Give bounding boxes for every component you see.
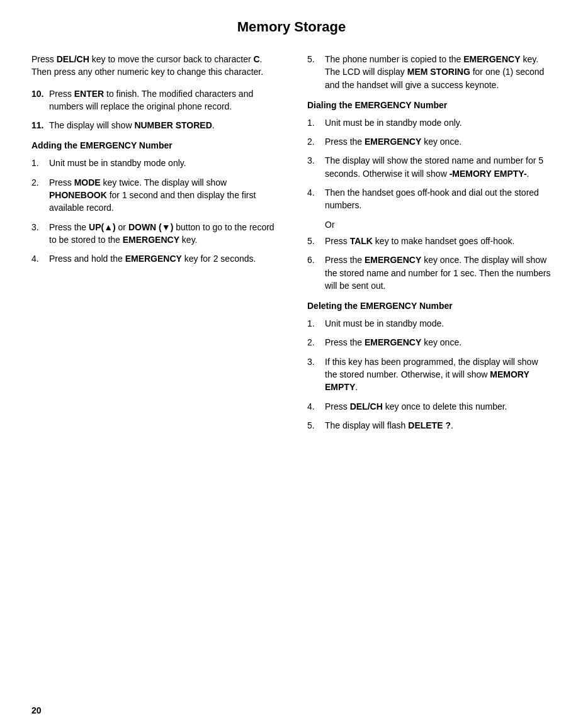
- dialing-item-4-content: Then the handset goes off-hook and dial …: [325, 186, 552, 212]
- page-container: Memory Storage Press DEL/CH key to move …: [0, 0, 583, 728]
- deleting-item-2-content: Press the EMERGENCY key once.: [325, 336, 552, 349]
- delete-bold: DELETE ?: [408, 420, 451, 430]
- deleting-item-5: 5. The display will flash DELETE ?.: [307, 419, 552, 432]
- deleting-item-2-number: 2.: [307, 336, 325, 349]
- dialing-item-4-number: 4.: [307, 186, 325, 212]
- adding-item-4: 4. Press and hold the EMERGENCY key for …: [31, 252, 276, 265]
- dialing-item-3-number: 3.: [307, 154, 325, 180]
- dialing-item-3-content: The display will show the stored name an…: [325, 154, 552, 180]
- adding-item-1-number: 1.: [31, 157, 49, 169]
- adding-item-1-content: Unit must be in standby mode only.: [49, 157, 276, 169]
- deleting-item-2: 2. Press the EMERGENCY key once.: [307, 336, 552, 349]
- page-title: Memory Storage: [31, 19, 552, 35]
- item-10-number: 10.: [31, 87, 49, 113]
- adding-heading: Adding the EMERGENCY Number: [31, 140, 276, 150]
- adding-item-2-content: Press MODE key twice. The display will s…: [49, 176, 276, 215]
- page-number: 20: [31, 705, 42, 715]
- emergency-bold-d2: EMERGENCY: [365, 137, 421, 147]
- content-columns: Press DEL/CH key to move the cursor back…: [31, 53, 552, 438]
- dialing-item-1-number: 1.: [307, 116, 325, 129]
- number-stored-bold: NUMBER STORED: [134, 120, 212, 130]
- deleting-heading: Deleting the EMERGENCY Number: [307, 301, 552, 311]
- right-item-5-number: 5.: [307, 53, 325, 91]
- mode-bold: MODE: [74, 177, 101, 188]
- dialing-item-6: 6. Press the EMERGENCY key once. The dis…: [307, 254, 552, 292]
- dialing-item-2-number: 2.: [307, 135, 325, 148]
- deleting-item-4: 4. Press DEL/CH key once to delete this …: [307, 400, 552, 413]
- dialing-item-2: 2. Press the EMERGENCY key once.: [307, 135, 552, 148]
- deleting-item-1: 1. Unit must be in standby mode.: [307, 317, 552, 330]
- dialing-item-2-content: Press the EMERGENCY key once.: [325, 135, 552, 148]
- or-text: Or: [325, 218, 552, 231]
- c-bold: C: [253, 54, 259, 64]
- right-column: 5. The phone number is copied to the EME…: [301, 53, 552, 438]
- phonebook-bold: PHONEBOOK: [49, 190, 107, 200]
- dialing-item-4: 4. Then the handset goes off-hook and di…: [307, 186, 552, 212]
- emergency-bold-d6: EMERGENCY: [365, 255, 421, 265]
- emergency-bold-3: EMERGENCY: [123, 235, 179, 245]
- memory-empty-bold: -MEMORY EMPTY-: [450, 169, 527, 179]
- up-bold: UP(▲): [89, 222, 116, 232]
- item-11: 11. The display will show NUMBER STORED.: [31, 119, 276, 132]
- delch-bold: DEL/CH: [57, 54, 89, 64]
- talk-bold: TALK: [350, 236, 373, 246]
- right-item-5-top: 5. The phone number is copied to the EME…: [307, 53, 552, 91]
- dialing-item-6-content: Press the EMERGENCY key once. The displa…: [325, 254, 552, 292]
- dialing-item-5-number: 5.: [307, 235, 325, 247]
- deleting-item-1-number: 1.: [307, 317, 325, 330]
- left-column: Press DEL/CH key to move the cursor back…: [31, 53, 282, 438]
- enter-bold: ENTER: [74, 89, 104, 99]
- down-bold: DOWN (▼): [128, 222, 173, 232]
- adding-item-4-content: Press and hold the EMERGENCY key for 2 s…: [49, 252, 276, 265]
- dialing-item-1: 1. Unit must be in standby mode only.: [307, 116, 552, 129]
- dialing-item-1-content: Unit must be in standby mode only.: [325, 116, 552, 129]
- mem-storing-bold: MEM STORING: [407, 67, 470, 77]
- item-11-number: 11.: [31, 119, 49, 132]
- deleting-item-5-number: 5.: [307, 419, 325, 432]
- dialing-item-5: 5. Press TALK key to make handset goes o…: [307, 235, 552, 247]
- adding-item-2-number: 2.: [31, 176, 49, 215]
- deleting-item-1-content: Unit must be in standby mode.: [325, 317, 552, 330]
- dialing-item-3: 3. The display will show the stored name…: [307, 154, 552, 180]
- dialing-item-5-content: Press TALK key to make handset goes off-…: [325, 235, 552, 247]
- memory-empty-bold-2: MEMORY EMPTY: [325, 369, 529, 392]
- emergency-bold-del2: EMERGENCY: [365, 337, 421, 347]
- adding-item-4-number: 4.: [31, 252, 49, 265]
- adding-item-1: 1. Unit must be in standby mode only.: [31, 157, 276, 169]
- adding-item-3-content: Press the UP(▲) or DOWN (▼) button to go…: [49, 221, 276, 247]
- adding-item-2: 2. Press MODE key twice. The display wil…: [31, 176, 276, 215]
- deleting-item-3: 3. If this key has been programmed, the …: [307, 356, 552, 394]
- deleting-item-3-content: If this key has been programmed, the dis…: [325, 356, 552, 394]
- right-item-5-content: The phone number is copied to the EMERGE…: [325, 53, 552, 91]
- dialing-item-6-number: 6.: [307, 254, 325, 292]
- delch-bold-2: DEL/CH: [350, 401, 383, 412]
- deleting-item-4-content: Press DEL/CH key once to delete this num…: [325, 400, 552, 413]
- item-10-content: Press ENTER to finish. The modified char…: [49, 87, 276, 113]
- item-10: 10. Press ENTER to finish. The modified …: [31, 87, 276, 113]
- adding-item-3-number: 3.: [31, 221, 49, 247]
- item-11-content: The display will show NUMBER STORED.: [49, 119, 276, 132]
- deleting-item-4-number: 4.: [307, 400, 325, 413]
- intro-paragraph: Press DEL/CH key to move the cursor back…: [31, 53, 276, 79]
- deleting-item-3-number: 3.: [307, 356, 325, 394]
- dialing-heading: Dialing the EMERGENCY Number: [307, 100, 552, 110]
- emergency-bold-4: EMERGENCY: [125, 254, 182, 264]
- deleting-item-5-content: The display will flash DELETE ?.: [325, 419, 552, 432]
- adding-item-3: 3. Press the UP(▲) or DOWN (▼) button to…: [31, 221, 276, 247]
- emergency-bold-r5: EMERGENCY: [463, 54, 520, 64]
